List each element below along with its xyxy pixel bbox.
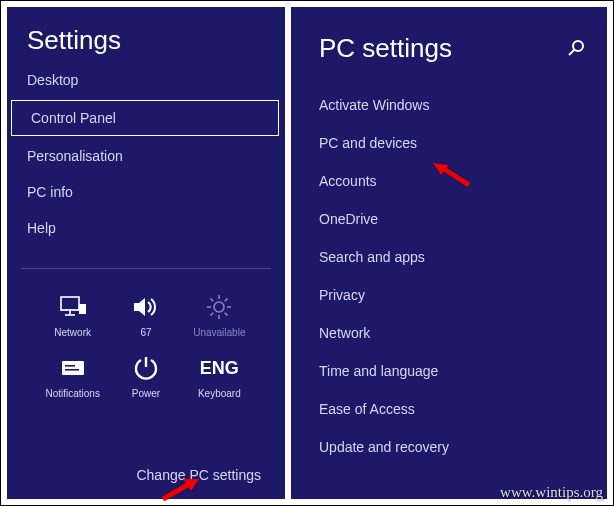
- brightness-tile[interactable]: Unavailable: [186, 287, 253, 342]
- svg-line-13: [211, 313, 214, 316]
- svg-rect-15: [62, 361, 84, 375]
- svg-point-6: [214, 302, 224, 312]
- settings-item-personalisation[interactable]: Personalisation: [7, 138, 285, 174]
- pc-item-accounts[interactable]: Accounts: [319, 162, 587, 200]
- volume-label: 67: [140, 327, 151, 338]
- keyboard-language-text: ENG: [200, 352, 239, 384]
- pc-item-time-and-language[interactable]: Time and language: [319, 352, 587, 390]
- keyboard-icon: ENG: [203, 352, 235, 384]
- pc-item-privacy[interactable]: Privacy: [319, 276, 587, 314]
- volume-tile[interactable]: 67: [112, 287, 179, 342]
- network-icon: [57, 291, 89, 323]
- pc-settings-list: Activate Windows PC and devices Accounts…: [319, 86, 587, 466]
- power-icon: [130, 352, 162, 384]
- pc-item-onedrive[interactable]: OneDrive: [319, 200, 587, 238]
- network-tile[interactable]: Network: [39, 287, 106, 342]
- svg-rect-16: [65, 365, 75, 367]
- quick-settings-tiles: Network 67: [21, 268, 271, 403]
- settings-item-desktop[interactable]: Desktop: [7, 62, 285, 98]
- pc-settings-panel: PC settings Activate Windows PC and devi…: [291, 7, 607, 499]
- svg-line-12: [225, 313, 228, 316]
- svg-marker-5: [134, 298, 145, 316]
- power-tile[interactable]: Power: [112, 348, 179, 403]
- settings-title: Settings: [7, 25, 285, 62]
- settings-item-help[interactable]: Help: [7, 210, 285, 246]
- pc-item-search-and-apps[interactable]: Search and apps: [319, 238, 587, 276]
- pc-item-activate-windows[interactable]: Activate Windows: [319, 86, 587, 124]
- brightness-icon: [203, 291, 235, 323]
- pc-item-ease-of-access[interactable]: Ease of Access: [319, 390, 587, 428]
- search-icon[interactable]: [567, 39, 585, 61]
- svg-rect-3: [79, 304, 86, 314]
- pc-item-update-and-recovery[interactable]: Update and recovery: [319, 428, 587, 466]
- network-label: Network: [54, 327, 91, 338]
- svg-line-14: [225, 299, 228, 302]
- keyboard-tile[interactable]: ENG Keyboard: [186, 348, 253, 403]
- volume-icon: [130, 291, 162, 323]
- svg-line-11: [211, 299, 214, 302]
- change-pc-settings-link[interactable]: Change PC settings: [136, 467, 261, 483]
- svg-rect-0: [61, 297, 79, 310]
- keyboard-label: Keyboard: [198, 388, 241, 399]
- notifications-icon: [57, 352, 89, 384]
- svg-line-20: [569, 50, 574, 55]
- settings-item-control-panel[interactable]: Control Panel: [11, 100, 279, 136]
- pc-settings-title: PC settings: [319, 33, 587, 64]
- svg-point-19: [573, 41, 583, 51]
- settings-item-pc-info[interactable]: PC info: [7, 174, 285, 210]
- power-label: Power: [132, 388, 160, 399]
- settings-charm-panel: Settings Desktop Control Panel Personali…: [7, 7, 285, 499]
- pc-item-pc-and-devices[interactable]: PC and devices: [319, 124, 587, 162]
- notifications-tile[interactable]: Notifications: [39, 348, 106, 403]
- notifications-label: Notifications: [45, 388, 99, 399]
- svg-rect-17: [65, 369, 79, 371]
- pc-item-network[interactable]: Network: [319, 314, 587, 352]
- brightness-label: Unavailable: [193, 327, 245, 338]
